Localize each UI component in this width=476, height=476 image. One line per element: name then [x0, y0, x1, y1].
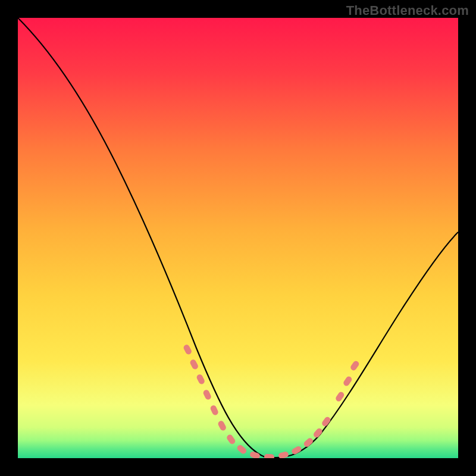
chart-container: TheBottleneck.com — [0, 0, 476, 476]
gradient-background — [18, 18, 458, 458]
bottleneck-chart — [18, 18, 458, 458]
watermark-text: TheBottleneck.com — [346, 3, 469, 18]
